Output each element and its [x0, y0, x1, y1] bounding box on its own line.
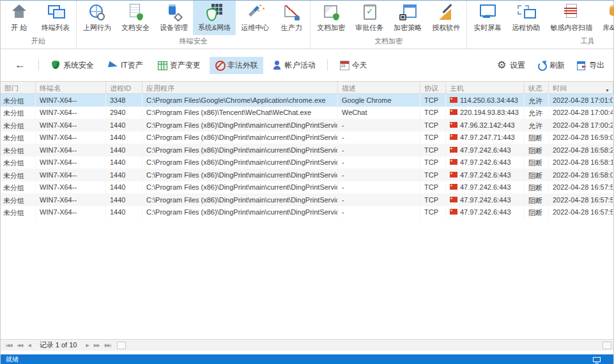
- ribbon-group-label: 终端安全: [78, 35, 309, 49]
- column-header[interactable]: 时间: [549, 82, 613, 93]
- filter-button[interactable]: IT资产: [103, 57, 148, 74]
- china-flag-icon: [450, 184, 457, 190]
- ribbon-item-label: 开 始: [11, 23, 27, 33]
- ribbon-item[interactable]: 设备管理: [155, 1, 193, 35]
- table-row[interactable]: 未分组 WIN7-X64-- 3348 C:\Program Files\Goo…: [1, 94, 613, 107]
- column-header[interactable]: 终端名: [36, 82, 106, 93]
- cell-application-path: C:\Program Files (x86)\DingPrint\main\cu…: [142, 206, 338, 219]
- china-flag-icon: [450, 122, 457, 128]
- nav-last-button[interactable]: [102, 342, 114, 349]
- ribbon-item[interactable]: 敏感内容扫描: [545, 1, 597, 35]
- ribbon-item[interactable]: 实时屏幕: [468, 1, 507, 35]
- cell-department: 未分组: [1, 119, 36, 132]
- column-header[interactable]: 协议: [420, 82, 446, 93]
- cell-protocol: TCP: [420, 132, 446, 144]
- column-header[interactable]: 描述: [338, 82, 420, 93]
- host-address: 47.97.242.6:443: [460, 171, 511, 179]
- filter-button-label: 系统安全: [63, 60, 94, 71]
- app-window: 开 始 终端列表 开始 上网行为: [0, 0, 614, 364]
- ribbon-item[interactable]: 运维中心: [236, 1, 274, 35]
- ribbon-item[interactable]: 加密策略: [388, 1, 427, 35]
- cell-time: 2022-04-28 16:59:05: [549, 132, 613, 144]
- cell-protocol: TCP: [420, 181, 446, 194]
- ribbon-item[interactable]: 终端列表: [36, 1, 75, 35]
- nav-next-button[interactable]: [83, 342, 91, 349]
- hscroll-right-button[interactable]: [602, 342, 611, 349]
- cell-time: 2022-04-28 16:58:10: [549, 156, 613, 169]
- ribbon: 开 始 终端列表 开始 上网行为: [1, 1, 613, 49]
- china-flag-icon: [450, 97, 457, 103]
- table-row[interactable]: 未分组 WIN7-X64-- 1440 C:\Program Files (x8…: [1, 119, 613, 132]
- toolbar-separator: [38, 59, 39, 71]
- cell-host: 47.97.242.6:443: [446, 169, 525, 181]
- record-navigator: 记录 1 of 10: [1, 339, 613, 351]
- cell-terminal-name: WIN7-X64--: [36, 144, 106, 156]
- table-row[interactable]: 未分组 WIN7-X64-- 1440 C:\Program Files (x8…: [1, 193, 613, 206]
- connections-table: 部门 终端名 进程ID 应用程序: [1, 81, 613, 339]
- sort-desc-icon[interactable]: [605, 86, 610, 93]
- nav-next-page-button[interactable]: [91, 342, 102, 349]
- cell-protocol: TCP: [420, 156, 446, 169]
- cell-department: 未分组: [1, 193, 36, 206]
- table-row[interactable]: 未分组 WIN7-X64-- 1440 C:\Program Files (x8…: [1, 181, 613, 194]
- cell-protocol: TCP: [420, 94, 446, 107]
- back-button[interactable]: ←: [8, 57, 32, 73]
- ribbon-item[interactable]: 远程协助: [507, 1, 545, 35]
- cell-time: 2022-04-28 17:00:21: [549, 119, 613, 132]
- ribbon-item-label: 生产力: [281, 23, 302, 33]
- table-row[interactable]: 未分组 WIN7-X64-- 1440 C:\Program Files (x8…: [1, 169, 613, 181]
- cell-application-path: C:\Program Files (x86)\DingPrint\main\cu…: [142, 144, 338, 156]
- remote-assist-icon: [517, 4, 535, 20]
- table-row[interactable]: 未分组 WIN7-X64-- 2940 C:\Program Files (x8…: [1, 107, 613, 119]
- toolbar-action-button[interactable]: 导出: [575, 57, 606, 73]
- host-address: 47.97.242.6:443: [460, 208, 511, 216]
- toolbar-action-button[interactable]: 设置: [496, 57, 526, 73]
- filter-button[interactable]: 非法外联: [210, 57, 263, 74]
- cell-process-id: 1440: [106, 181, 142, 194]
- filter-button[interactable]: 资产变更: [152, 57, 206, 74]
- cell-description: -: [338, 144, 420, 156]
- ribbon-item[interactable]: 库&模板: [597, 1, 614, 35]
- column-header-label: 状态: [528, 84, 542, 92]
- column-header[interactable]: 部门: [1, 82, 36, 93]
- nav-append-button[interactable]: [117, 342, 126, 349]
- ribbon-item[interactable]: 系统&网络: [193, 1, 236, 35]
- ribbon-group-doc-encryption: 文档加密 审批任务 加密策略 授权软件: [311, 1, 467, 49]
- ribbon-item[interactable]: 授权软件: [427, 1, 465, 35]
- ribbon-item[interactable]: 审批任务: [350, 1, 388, 35]
- nav-prev-button[interactable]: [25, 342, 33, 349]
- column-header[interactable]: 主机: [446, 82, 525, 93]
- ribbon-item[interactable]: 上网行为: [78, 1, 116, 35]
- host-address: 114.250.63.34:443: [460, 96, 518, 104]
- ribbon-item[interactable]: 文档加密: [312, 1, 350, 35]
- column-header[interactable]: 应用程序: [142, 82, 338, 93]
- cell-host: 47.97.242.6:443: [446, 206, 525, 219]
- toolbar-action-button[interactable]: 刷新: [535, 57, 566, 73]
- cell-status: 允许: [525, 107, 549, 119]
- china-flag-icon: [450, 109, 457, 115]
- column-header[interactable]: 状态: [525, 82, 549, 93]
- table-row[interactable]: 未分组 WIN7-X64-- 1440 C:\Program Files (x8…: [1, 144, 613, 156]
- host-address: 47.97.247.71:443: [460, 133, 515, 141]
- ribbon-item[interactable]: 文档安全: [116, 1, 155, 35]
- cell-host: 220.194.93.83:443: [446, 107, 525, 119]
- nav-first-button[interactable]: [3, 342, 15, 349]
- table-row[interactable]: 未分组 WIN7-X64-- 1440 C:\Program Files (x8…: [1, 132, 613, 144]
- content-scan-icon: [562, 4, 580, 20]
- filter-button[interactable]: 系统安全: [45, 57, 99, 74]
- date-filter-button[interactable]: 23 今天: [334, 57, 372, 74]
- table-row[interactable]: 未分组 WIN7-X64-- 1440 C:\Program Files (x8…: [1, 206, 613, 219]
- filter-button[interactable]: 帐户活动: [267, 57, 321, 74]
- cell-status: 阻断: [525, 169, 549, 181]
- host-address: 47.97.242.6:443: [460, 196, 511, 204]
- ribbon-item-label: 终端列表: [42, 23, 70, 33]
- table-row[interactable]: 未分组 WIN7-X64-- 1440 C:\Program Files (x8…: [1, 156, 613, 169]
- cell-host: 47.96.32.142:443: [446, 119, 525, 132]
- ribbon-item[interactable]: 生产力: [274, 1, 309, 35]
- cell-time: 2022-04-28 17:01:08: [549, 94, 613, 107]
- approval-task-icon: [360, 4, 378, 20]
- column-header[interactable]: 进程ID: [106, 82, 142, 93]
- cell-process-id: 1440: [106, 206, 142, 219]
- ribbon-item[interactable]: 开 始: [2, 1, 36, 35]
- nav-prev-page-button[interactable]: [15, 342, 26, 349]
